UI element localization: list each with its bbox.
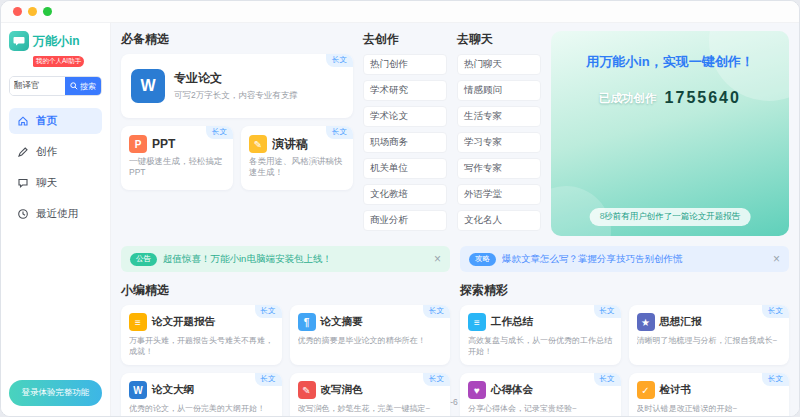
create-nav-item[interactable]: 学术研究	[363, 80, 447, 101]
guide-bar[interactable]: 攻略 爆款文章怎么写？掌握分享技巧告别创作慌 ×	[460, 246, 789, 272]
nav-column-create: 去创作 热门创作 学术研究 学术论文 职场商务 机关单位 文化教培 商业分析	[363, 31, 447, 236]
sidebar-item-chat[interactable]: 聊天	[9, 170, 102, 196]
minimize-button[interactable]	[28, 7, 37, 16]
app-logo-icon	[9, 31, 29, 51]
ppt-icon: P	[129, 135, 147, 153]
abstract-icon: ¶	[298, 313, 316, 331]
close-button[interactable]	[13, 7, 22, 16]
feature-card-speech[interactable]: 长文 ✎ 演讲稿 各类用途、风格演讲稿快速生成！	[241, 126, 353, 190]
search-icon	[70, 82, 78, 90]
announcement-bar[interactable]: 公告 超值惊喜！万能小in电脑端安装包上线！ ×	[121, 246, 450, 272]
briefcase-icon: ≡	[468, 313, 486, 331]
home-icon	[17, 115, 29, 127]
search-button-label: 搜索	[80, 81, 96, 92]
card-description: 及时认错是改正错误的开始~	[637, 403, 782, 414]
card-tag: 长文	[762, 373, 789, 386]
card-description: 优秀的摘要是毕业论文的精华所在！	[298, 335, 443, 346]
counter-label: 已成功创作	[599, 91, 657, 106]
feature-card-ppt[interactable]: 长文 P PPT 一键极速生成，轻松搞定PPT	[121, 126, 233, 190]
chat-nav-item[interactable]: 写作专家	[457, 158, 541, 179]
activity-ticker: 8秒前有用户创作了一篇论文开题报告	[590, 208, 751, 226]
create-nav-item[interactable]: 职场商务	[363, 132, 447, 153]
section-title: 必备精选	[121, 31, 353, 48]
card-description: 各类用途、风格演讲稿快速生成！	[249, 156, 345, 179]
close-icon[interactable]: ×	[773, 253, 780, 265]
card-description: 改写润色，妙笔生花，完美一键搞定~	[298, 403, 443, 414]
card-title: PPT	[152, 137, 175, 151]
card-tag: 长文	[762, 305, 789, 318]
app-window: 万能小in 我的个人AI助手 搜索 首页 创作	[0, 0, 800, 417]
chat-nav-item[interactable]: 文化名人	[457, 210, 541, 231]
feature-card-work-summary[interactable]: 长文 ≡ 工作总结 高效复盘与成长，从一份优秀的工作总结开始！	[460, 305, 621, 365]
create-nav-item[interactable]: 机关单位	[363, 158, 447, 179]
sidebar-menu: 首页 创作 聊天 最近使用	[9, 108, 102, 227]
create-nav-item[interactable]: 学术论文	[363, 106, 447, 127]
card-title: 思想汇报	[660, 315, 702, 329]
memo-icon: ✓	[637, 381, 655, 399]
create-nav-item[interactable]: 文化教培	[363, 184, 447, 205]
card-title: 论文开题报告	[152, 315, 215, 329]
card-tag: 长文	[255, 373, 282, 386]
section-essentials: 必备精选 长文 W 专业论文 可写2万字长文，内容专业有支撑 长文	[121, 31, 353, 236]
card-title: 论文大纲	[152, 383, 194, 397]
feature-card-thought-report[interactable]: 长文 ★ 思想汇报 清晰明了地梳理与分析，汇报自我成长~	[629, 305, 790, 365]
card-description: 分享心得体会，记录宝贵经验~	[468, 403, 613, 414]
chat-nav-item[interactable]: 热门聊天	[457, 54, 541, 75]
feature-card-abstract[interactable]: 长文 ¶ 论文摘要 优秀的摘要是毕业论文的精华所在！	[290, 305, 451, 365]
section-title: 探索精彩	[460, 282, 789, 299]
announcement-text: 超值惊喜！万能小in电脑端安装包上线！	[163, 253, 332, 266]
idea-icon: ★	[637, 313, 655, 331]
feature-card-polish[interactable]: 长文 ✎ 改写润色 改写润色，妙笔生花，完美一键搞定~	[290, 373, 451, 417]
card-title: 专业论文	[174, 70, 298, 87]
pencil-icon: ✎	[249, 135, 267, 153]
section-title: 去创作	[363, 31, 447, 48]
main-content: 必备精选 长文 W 专业论文 可写2万字长文，内容专业有支撑 长文	[111, 23, 799, 416]
chat-nav-item[interactable]: 外语学堂	[457, 184, 541, 205]
counter-value: 1755640	[665, 89, 741, 107]
feature-card-reflection[interactable]: 长文 ♥ 心得体会 分享心得体会，记录宝贵经验~	[460, 373, 621, 417]
create-nav-item[interactable]: 商业分析	[363, 210, 447, 231]
card-description: 优秀的论文，从一份完美的大纲开始！	[129, 403, 274, 414]
card-title: 改写润色	[321, 383, 363, 397]
heart-icon: ♥	[468, 381, 486, 399]
pen-icon	[17, 146, 29, 158]
nav-column-chat: 去聊天 热门聊天 情感顾问 生活专家 学习专家 写作专家 外语学堂 文化名人	[457, 31, 541, 236]
create-nav-item[interactable]: 热门创作	[363, 54, 447, 75]
card-tag: 长文	[255, 305, 282, 318]
card-title: 心得体会	[491, 383, 533, 397]
guide-text: 爆款文章怎么写？掌握分享技巧告别创作慌	[502, 253, 683, 266]
feature-card-proposal[interactable]: 长文 ≡ 论文开题报告 万事开头难，开题报告头号难关不再难，成就！	[121, 305, 282, 365]
zoom-button[interactable]	[43, 7, 52, 16]
card-tag: 长文	[326, 54, 353, 67]
feature-card-outline[interactable]: 长文 W 论文大纲 优秀的论文，从一份完美的大纲开始！	[121, 373, 282, 417]
card-title: 工作总结	[491, 315, 533, 329]
sidebar-item-label: 首页	[36, 114, 57, 128]
chat-nav-item[interactable]: 生活专家	[457, 106, 541, 127]
section-explore: 探索精彩 长文 ≡ 工作总结 高效复盘与成长，从一份优秀的工作总结开始！ 长文	[460, 282, 789, 391]
sidebar-item-home[interactable]: 首页	[9, 108, 102, 134]
card-tag: 长文	[423, 305, 450, 318]
search-input[interactable]	[10, 77, 65, 95]
guide-badge: 攻略	[469, 253, 496, 266]
clock-icon	[17, 208, 29, 220]
chat-nav-item[interactable]: 学习专家	[457, 132, 541, 153]
sidebar-item-recent[interactable]: 最近使用	[9, 201, 102, 227]
word-doc-icon: W	[129, 381, 147, 399]
sidebar-item-create[interactable]: 创作	[9, 139, 102, 165]
search-bar: 搜索	[9, 76, 102, 96]
section-editor-picks: 小编精选 长文 ≡ 论文开题报告 万事开头难，开题报告头号难关不再难，成就！ 长…	[121, 282, 450, 391]
card-description: 一键极速生成，轻松搞定PPT	[129, 156, 225, 179]
word-doc-icon: W	[131, 69, 165, 103]
search-button[interactable]: 搜索	[65, 77, 101, 95]
logo: 万能小in 我的个人AI助手	[9, 31, 102, 67]
sidebar: 万能小in 我的个人AI助手 搜索 首页 创作	[1, 23, 111, 416]
feature-card-apology-letter[interactable]: 长文 ✓ 检讨书 及时认错是改正错误的开始~	[629, 373, 790, 417]
report-icon: ≡	[129, 313, 147, 331]
login-experience-button[interactable]: 登录体验完整功能	[9, 380, 102, 406]
app-slogan-badge: 我的个人AI助手	[33, 56, 84, 67]
chat-nav-item[interactable]: 情感顾问	[457, 80, 541, 101]
promo-panel: 用万能小in，实现一键创作！ 已成功创作 1755640 8秒前有用户创作了一篇…	[551, 31, 789, 236]
close-icon[interactable]: ×	[434, 253, 441, 265]
feature-card-paper[interactable]: 长文 W 专业论文 可写2万字长文，内容专业有支撑	[121, 54, 353, 118]
sidebar-item-label: 最近使用	[36, 207, 78, 221]
